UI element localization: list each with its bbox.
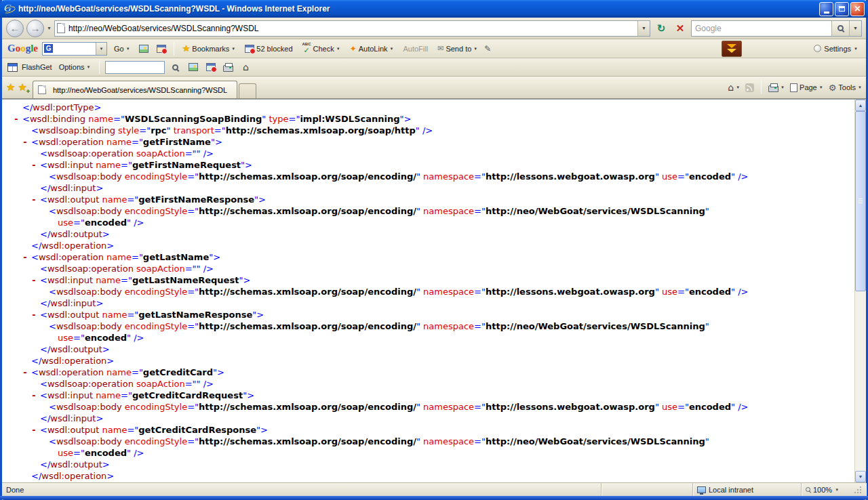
highlighter-icon[interactable]: ✎ — [484, 44, 491, 54]
resize-grip[interactable] — [854, 486, 862, 494]
xml-token: name — [93, 275, 121, 285]
google-search-combo[interactable]: G ▼ — [42, 42, 107, 56]
search-box[interactable]: ▼ — [691, 20, 862, 37]
xml-token: encodingStyle — [122, 321, 187, 331]
xml-token: wsdlsoap:operation — [47, 148, 134, 159]
xml-token: " /> — [127, 448, 144, 458]
favorites-center-button[interactable]: ★ — [6, 81, 15, 93]
address-dropdown-button[interactable]: ▼ — [637, 21, 650, 36]
xml-token: < — [31, 137, 39, 147]
back-button[interactable]: ← — [6, 20, 24, 37]
xml-token: =" — [187, 436, 199, 446]
close-button[interactable]: ✕ — [850, 2, 865, 16]
refresh-button[interactable]: ↻ — [653, 20, 669, 37]
collapse-toggle[interactable]: - — [31, 159, 40, 171]
xml-token: </ — [40, 229, 50, 239]
collapse-toggle[interactable]: - — [31, 390, 40, 401]
home-button[interactable]: ⌂ — [239, 60, 253, 74]
xml-token: > — [102, 229, 110, 239]
search-site-icon[interactable] — [137, 42, 151, 56]
autofill-button[interactable]: AutoFill — [400, 43, 431, 55]
xml-token: </ — [31, 241, 41, 251]
popup-blocker-button[interactable]: 52 blocked — [242, 43, 295, 55]
xml-token: wsdlsoap:body — [56, 287, 122, 297]
spellcheck-button[interactable]: ABC✓ Check ▼ — [300, 40, 343, 57]
xml-token: wsdl:operation — [39, 252, 104, 262]
site-explorer-button[interactable] — [204, 60, 218, 74]
xml-token: namespace — [420, 171, 474, 182]
search-go-button[interactable] — [831, 21, 849, 36]
print-menu-button[interactable]: ▼ — [768, 83, 785, 92]
xml-token: namespace — [420, 402, 474, 412]
collapse-toggle[interactable]: - — [14, 113, 22, 125]
search-options-dropdown[interactable]: ▼ — [849, 21, 861, 36]
xml-token: ="" /> — [185, 148, 214, 159]
new-tab-button[interactable] — [239, 83, 256, 98]
xml-token: "> — [400, 114, 412, 124]
xml-token: </ — [40, 183, 50, 193]
page-menu-button[interactable]: Page ▼ — [790, 83, 823, 92]
flashget-search-button[interactable] — [169, 60, 182, 74]
forward-button[interactable]: → — [26, 20, 44, 37]
feeds-button[interactable] — [745, 83, 754, 92]
xml-token: =" — [214, 125, 226, 136]
chevron-down-icon: ▼ — [100, 47, 104, 51]
collapse-toggle[interactable]: - — [31, 424, 40, 436]
xml-token: wsdlsoap:body — [56, 321, 122, 331]
collapse-toggle[interactable]: - — [31, 274, 40, 286]
settings-button[interactable]: Settings ▼ — [811, 43, 861, 55]
stop-button[interactable]: ✕ — [672, 20, 688, 37]
xml-line: </wsdl:input> — [14, 297, 854, 309]
tab-bar: ★ ★+ http://neo/WebGoat/services/WSDLSca… — [2, 77, 866, 99]
flashget-options-button[interactable]: Options ▼ — [56, 61, 94, 73]
address-input[interactable] — [68, 24, 637, 33]
xml-token: < — [40, 425, 47, 435]
autolink-button[interactable]: ✦ AutoLink ▼ — [347, 42, 397, 56]
close-icon: ✕ — [854, 4, 861, 14]
info-icon — [157, 45, 166, 53]
xml-token: > — [96, 183, 103, 193]
collapse-toggle[interactable]: - — [22, 251, 31, 263]
xml-line: use="encoded" /> — [14, 217, 854, 228]
bookmarks-button[interactable]: ★ Bookmarks ▼ — [180, 41, 239, 56]
vertical-scrollbar[interactable]: ▲ ▼ — [854, 100, 866, 482]
tab-active[interactable]: http://neo/WebGoat/services/WSDLScanning… — [33, 81, 237, 98]
xml-token: wsdl:input — [47, 390, 93, 400]
search-input[interactable] — [692, 24, 831, 33]
recent-pages-dropdown[interactable]: ▼ — [47, 26, 52, 30]
page-info-icon[interactable] — [155, 42, 168, 56]
media-grab-button[interactable] — [186, 60, 200, 74]
flashget-search-input[interactable] — [105, 61, 165, 74]
status-text: Done — [6, 486, 24, 494]
scrollbar-thumb[interactable] — [855, 111, 866, 291]
security-zone-pane: Local intranet — [693, 483, 802, 496]
xml-token: encoded — [85, 217, 127, 228]
google-go-button[interactable]: Go ▼ — [111, 43, 133, 55]
add-favorite-button[interactable]: ★+ — [18, 81, 26, 93]
xml-token: </ — [22, 102, 33, 112]
zoom-pane[interactable]: 100% ▼ — [802, 483, 866, 496]
scroll-down-button[interactable]: ▼ — [855, 471, 866, 482]
window-bottom-border — [0, 496, 868, 500]
google-combo-dropdown[interactable]: ▼ — [96, 43, 106, 55]
tools-menu-button[interactable]: ⚙ Tools ▼ — [829, 83, 862, 93]
address-bar[interactable]: ▼ — [54, 20, 650, 37]
blocked-count-label: 52 blocked — [256, 45, 292, 53]
chevron-down-icon: ▼ — [231, 47, 235, 51]
collapse-toggle[interactable]: - — [31, 194, 40, 205]
print-button[interactable] — [222, 60, 235, 74]
collapse-spacer — [31, 263, 40, 274]
collapse-toggle[interactable]: - — [22, 367, 31, 378]
flashget-download-button[interactable] — [722, 41, 742, 57]
xml-token: encodingStyle — [122, 436, 187, 446]
send-to-button[interactable]: ✉ Send to ▼ — [435, 42, 480, 55]
xml-token: =" — [121, 275, 132, 285]
title-bar: G http://neo/WebGoat/services/WSDLScanni… — [0, 0, 868, 18]
intranet-zone-icon — [697, 486, 706, 493]
scroll-up-button[interactable]: ▲ — [855, 100, 866, 111]
collapse-toggle[interactable]: - — [22, 136, 31, 148]
minimize-button[interactable] — [819, 2, 833, 16]
home-menu-button[interactable]: ⌂ ▼ — [728, 82, 740, 93]
maximize-button[interactable] — [835, 2, 849, 16]
collapse-toggle[interactable]: - — [31, 309, 40, 320]
